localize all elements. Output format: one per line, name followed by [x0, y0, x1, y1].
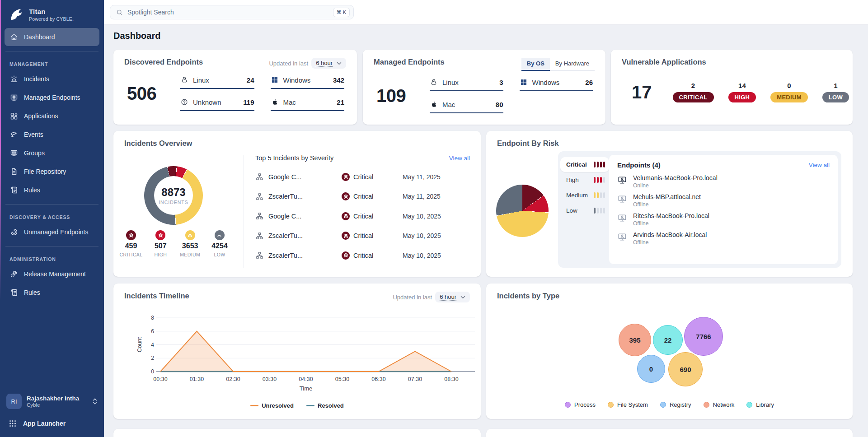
windows-icon [520, 78, 528, 86]
stat-medium: 3653 MEDIUM [176, 230, 204, 257]
os-label: Unknown [193, 98, 239, 106]
endpoint-row[interactable]: Velumanis-MacBook-Pro.local Online [617, 174, 830, 189]
incident-row[interactable]: ZscalerTu... Critical May 10, 2025 [255, 226, 470, 246]
badge-pill: LOW [822, 92, 849, 102]
svg-text:4: 4 [151, 342, 154, 348]
section-title-administration: ADMINISTRATION [0, 251, 104, 265]
updated-in-last-dropdown[interactable]: Updated in last 6 hour [393, 292, 470, 302]
sidebar-item-dashboard[interactable]: Dashboard [5, 28, 99, 46]
os-row-mac: Mac 21 [271, 98, 345, 111]
timeline-line-chart: 02468Count00:3001:3002:3003:3004:3005:30… [113, 284, 481, 419]
badge-count: 1 [834, 82, 837, 89]
sidebar-item-rules[interactable]: Rules [5, 181, 99, 199]
severity-filter-list: Critical High Medium Low [558, 157, 609, 218]
app-launcher-button[interactable]: App Launcher [0, 414, 104, 437]
sidebar-nav: Dashboard [0, 28, 104, 46]
legend-item-library[interactable]: Library [746, 401, 774, 408]
card-title: Vulnerable Applications [622, 58, 706, 66]
sidebar-item-managed-endpoints[interactable]: Managed Endpoints [5, 88, 99, 107]
legend-item-resolved[interactable]: Resolved [306, 402, 344, 409]
section-title-discovery: DISCOVERY & ACCESS [0, 209, 104, 223]
bubble-library[interactable]: 22 [653, 325, 683, 355]
severity-filter-critical[interactable]: Critical [560, 157, 609, 172]
svg-text:07:30: 07:30 [408, 376, 422, 382]
svg-text:01:30: 01:30 [190, 376, 204, 382]
legend-item-network[interactable]: Network [704, 401, 735, 408]
stat-high: 507 HIGH [146, 230, 174, 257]
sidebar-bottom: RI Rajashakher Intha Cyble App Launcher [0, 388, 104, 437]
sidebar-item-unmanaged-endpoints[interactable]: Unmanaged Endpoints [5, 223, 99, 241]
bubble-registry[interactable]: 0 [637, 355, 665, 383]
bubble-network[interactable]: 395 [619, 324, 651, 356]
view-all-link[interactable]: View all [449, 155, 470, 162]
bubble-process[interactable]: 7766 [684, 317, 723, 356]
os-row-unknown: Unknown 119 [180, 98, 254, 111]
apple-icon [271, 98, 279, 106]
sidebar-item-rules-admin[interactable]: Rules [5, 284, 99, 302]
search-placeholder: Spotlight Search [127, 9, 329, 16]
sidebar-item-file-repository[interactable]: File Repository [5, 163, 99, 181]
incident-row[interactable]: ZscalerTu... Critical May 11, 2025 [255, 187, 470, 207]
stat-low: 4254 LOW [206, 230, 234, 257]
critical-severity-icon [342, 251, 350, 260]
time-range-pill[interactable]: 6 hour [311, 58, 346, 69]
timeline-legend: Unresolved Resolved [113, 402, 481, 409]
endpoint-row[interactable]: Arvinds-MacBook-Air.local Offline [617, 231, 830, 246]
sidebar-item-label: Unmanaged Endpoints [24, 228, 88, 236]
incident-name: ZscalerTu... [268, 252, 303, 259]
titan-logo-icon [7, 6, 24, 23]
card-title: Managed Endpoints [374, 58, 445, 66]
legend-item-process[interactable]: Process [565, 401, 596, 408]
sidebar-item-release-management[interactable]: Release Management [5, 265, 99, 283]
severity-badge-medium: 0 MEDIUM [770, 82, 808, 102]
legend-swatch [746, 402, 752, 408]
svg-text:04:30: 04:30 [299, 376, 313, 382]
tab-by-os[interactable]: By OS [521, 58, 550, 71]
os-count: 3 [499, 79, 503, 86]
low-chevron-icon [215, 230, 225, 240]
sidebar-item-incidents[interactable]: Incidents [5, 70, 99, 88]
sidebar-item-events[interactable]: Events [5, 126, 99, 144]
legend-label: File System [617, 401, 648, 408]
endpoint-row[interactable]: Mehuls-MBP.attlocal.net Offline [617, 193, 830, 208]
svg-text:08:30: 08:30 [444, 376, 458, 382]
os-count: 80 [496, 101, 503, 108]
badge-pill: HIGH [728, 92, 756, 102]
updated-label: Updated in last [393, 294, 432, 301]
endpoint-status: Offline [633, 201, 701, 208]
severity-filter-high[interactable]: High [560, 172, 609, 187]
severity-bar [600, 192, 602, 198]
incident-row[interactable]: ZscalerTu... Critical May 10, 2025 [255, 246, 470, 265]
endpoint-status: Offline [633, 239, 707, 246]
grid-icon [8, 419, 17, 428]
bubble-file-system[interactable]: 690 [668, 352, 703, 386]
severity-filter-medium[interactable]: Medium [560, 188, 609, 203]
cctv-icon [9, 130, 19, 139]
user-menu[interactable]: RI Rajashakher Intha Cyble [0, 388, 104, 414]
critical-severity-icon [342, 212, 350, 220]
endpoint-row[interactable]: Riteshs-MacBook-Pro.local Offline [617, 212, 830, 227]
tab-by-hardware[interactable]: By Hardware [550, 58, 595, 71]
incident-row[interactable]: Google C... Critical May 10, 2025 [255, 206, 470, 226]
top5-title: Top 5 Incidents by Severity [255, 154, 333, 162]
legend-item-unresolved[interactable]: Unresolved [250, 402, 294, 409]
sidebar-item-groups[interactable]: Groups [5, 144, 99, 162]
updated-label: Updated in last [269, 60, 308, 67]
incident-name: Google C... [268, 213, 301, 220]
os-row-windows: Windows 26 [520, 78, 593, 91]
badge-count: 2 [691, 82, 695, 89]
severity-filter-low[interactable]: Low [560, 203, 609, 218]
updated-in-last-dropdown[interactable]: Updated in last 6 hour [269, 58, 346, 69]
legend-item-file-system[interactable]: File System [608, 401, 648, 408]
spotlight-search-input[interactable]: Spotlight Search ⌘ K [110, 5, 354, 19]
sidebar-item-applications[interactable]: Applications [5, 107, 99, 125]
legend-item-registry[interactable]: Registry [660, 401, 691, 408]
view-all-link[interactable]: View all [809, 162, 830, 168]
time-range-pill[interactable]: 6 hour [435, 292, 470, 302]
avatar: RI [6, 394, 22, 409]
severity-label: Low [566, 207, 577, 214]
endpoint-name: Velumanis-MacBook-Pro.local [633, 174, 718, 181]
severity-badge-low: 1 LOW [822, 82, 849, 102]
sidebar: Titan Powered by CYBLE. Dashboard MANAGE… [0, 0, 104, 437]
incident-row[interactable]: Google C... Critical May 11, 2025 [255, 167, 470, 187]
